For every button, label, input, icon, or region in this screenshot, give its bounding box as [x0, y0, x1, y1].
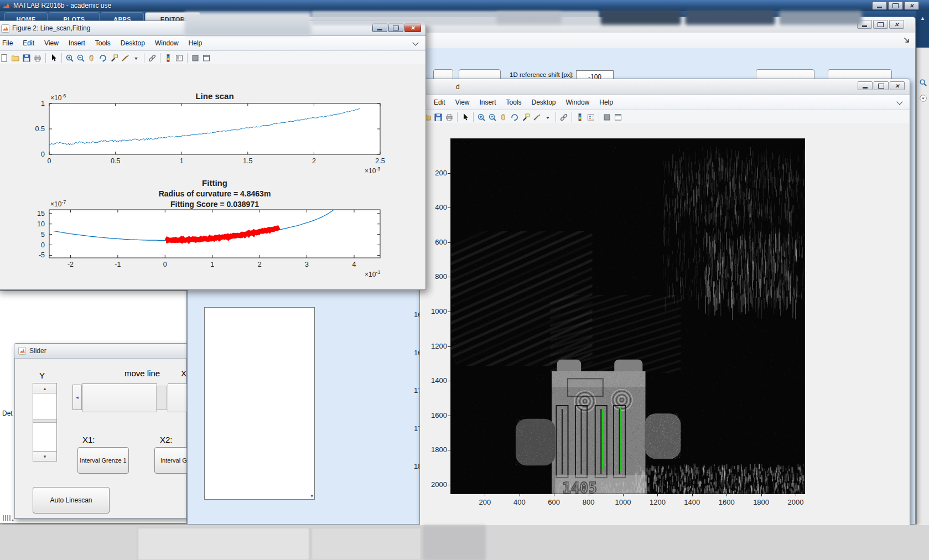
slider-up-arrow[interactable]: ▴: [33, 383, 56, 393]
restore-button[interactable]: [888, 1, 903, 10]
show-plot-tools-icon[interactable]: [613, 112, 624, 123]
arrow-cursor-icon[interactable]: [48, 53, 59, 64]
rotate-3d-icon[interactable]: [509, 112, 520, 123]
y-tick-mark: [448, 242, 450, 243]
new-doc-icon[interactable]: [0, 53, 10, 64]
menu-overflow-icon[interactable]: [412, 39, 418, 45]
menu-item-desktop[interactable]: Desktop: [527, 98, 561, 106]
circle-caret-icon[interactable]: [919, 94, 927, 102]
matlab-main-titlebar: MATLAB R2016b - academic use ✕: [0, 0, 929, 11]
link-plots-icon[interactable]: [147, 53, 158, 64]
listbox-scroll-down-icon[interactable]: ▾: [310, 493, 313, 499]
blurred-window-fragment: [496, 12, 562, 24]
ref-shift-label: 1D reference shift [px]:: [510, 71, 574, 78]
hide-plot-tools-icon[interactable]: [190, 53, 201, 64]
y-tick-label: 600: [425, 238, 447, 246]
zoom-in-icon[interactable]: [64, 53, 75, 64]
gui-restore-button[interactable]: [873, 20, 888, 29]
menu-item-help[interactable]: Help: [594, 98, 618, 106]
insert-colorbar-icon[interactable]: [163, 53, 174, 64]
toolbar-separator: [473, 112, 474, 122]
svg-text:-1: -1: [115, 261, 121, 268]
save-icon[interactable]: [21, 53, 32, 64]
hslider-track[interactable]: [156, 386, 167, 410]
figr-close-button[interactable]: ✕: [890, 81, 905, 90]
menu-item-insert[interactable]: Insert: [474, 98, 501, 106]
main-window-title: MATLAB R2016b - academic use: [13, 2, 111, 9]
svg-text:2.5: 2.5: [375, 157, 385, 165]
brush-icon[interactable]: [120, 53, 131, 64]
menu-item-file[interactable]: File: [0, 39, 18, 47]
phase-image-axes[interactable]: [450, 138, 805, 494]
image-figure-titlebar[interactable]: d ✕: [420, 79, 910, 95]
data-cursor-icon[interactable]: [520, 112, 531, 123]
menu-item-window[interactable]: Window: [561, 98, 595, 106]
zoom-in-icon[interactable]: [476, 112, 487, 123]
interval-grenze-2-button[interactable]: Interval Gre: [154, 447, 187, 474]
hide-plot-tools-icon[interactable]: [601, 112, 613, 123]
bottom-strip: [0, 525, 929, 560]
x-tick-mark: [554, 494, 554, 496]
pan-hand-icon[interactable]: [498, 112, 509, 123]
figr-restore-button[interactable]: [874, 81, 889, 90]
menu-item-edit[interactable]: Edit: [18, 39, 39, 47]
desktop: MATLAB R2016b - academic use ✕ HOMEPLOTS…: [0, 0, 929, 560]
menu-item-help[interactable]: Help: [184, 39, 207, 47]
menu-item-desktop[interactable]: Desktop: [116, 39, 150, 47]
menu-item-edit[interactable]: Edit: [429, 98, 450, 106]
rotate-3d-icon[interactable]: [97, 53, 108, 64]
gui-close-button[interactable]: ✕: [889, 20, 904, 29]
hslider-left-arrow[interactable]: ◂: [72, 385, 82, 410]
link-plots-icon[interactable]: [558, 112, 569, 123]
dock-arrow-icon[interactable]: [903, 37, 910, 44]
menu-item-window[interactable]: Window: [150, 39, 184, 47]
menu-overflow-icon[interactable]: [896, 98, 902, 105]
print-icon[interactable]: [444, 112, 455, 123]
menu-item-view[interactable]: View: [39, 39, 64, 47]
search-icon[interactable]: [919, 79, 927, 87]
arrow-cursor-icon[interactable]: [460, 112, 471, 123]
move-line-label: move line: [124, 369, 160, 378]
save-icon[interactable]: [433, 112, 444, 123]
toolbar-separator: [457, 112, 458, 122]
close-button[interactable]: ✕: [904, 1, 919, 10]
insert-legend-icon[interactable]: [174, 53, 185, 64]
resize-grip[interactable]: ▴: [3, 514, 14, 523]
sidebar-collapse[interactable]: ▲: [916, 11, 929, 48]
pan-hand-icon[interactable]: [86, 53, 97, 64]
auto-linescan-button[interactable]: Auto Linescan: [33, 487, 110, 514]
menu-item-insert[interactable]: Insert: [64, 39, 90, 47]
zoom-out-icon[interactable]: [75, 53, 86, 64]
svg-text:5: 5: [41, 231, 45, 238]
slider-thumb[interactable]: [33, 419, 56, 423]
slider-down-arrow[interactable]: ▾: [33, 451, 56, 461]
figure2-client: Line scan×10-600.511.522.500.51×10-3Fitt…: [0, 64, 426, 290]
show-plot-tools-icon[interactable]: [201, 53, 212, 64]
open-folder-icon[interactable]: [10, 53, 21, 64]
listbox[interactable]: ▾: [204, 307, 315, 500]
y-slider[interactable]: ▴ ▾: [33, 383, 57, 462]
print-icon[interactable]: [32, 53, 43, 64]
brush-icon[interactable]: [531, 112, 542, 123]
x-tick-label: 400: [506, 498, 533, 506]
figr-minimize-button[interactable]: [858, 81, 873, 90]
menu-item-tools[interactable]: Tools: [501, 98, 527, 106]
minimize-button[interactable]: [872, 1, 887, 10]
slider-titlebar[interactable]: Slider: [14, 344, 186, 359]
hslider-thumb[interactable]: [82, 383, 157, 412]
menu-item-tools[interactable]: Tools: [90, 39, 116, 47]
insert-legend-icon[interactable]: [585, 112, 596, 123]
blurred-window-fragment: [779, 11, 862, 25]
interval-grenze-1-button[interactable]: Interval Grenze 1: [77, 447, 129, 474]
menu-item-view[interactable]: View: [450, 98, 475, 106]
collapse-up-icon: ▲: [920, 15, 925, 48]
zoom-out-icon[interactable]: [487, 112, 498, 123]
data-cursor-icon[interactable]: [108, 53, 120, 64]
dropdown-caret-icon[interactable]: [131, 53, 142, 64]
toolbar-separator: [61, 53, 62, 63]
dropdown-caret-icon[interactable]: [542, 112, 553, 123]
x-slider-fragment[interactable]: [168, 383, 187, 412]
insert-colorbar-icon[interactable]: [574, 112, 585, 123]
right-sidebar: [916, 48, 929, 525]
figure2-title: Figure 2: Line_scan,Fitting: [12, 24, 90, 32]
